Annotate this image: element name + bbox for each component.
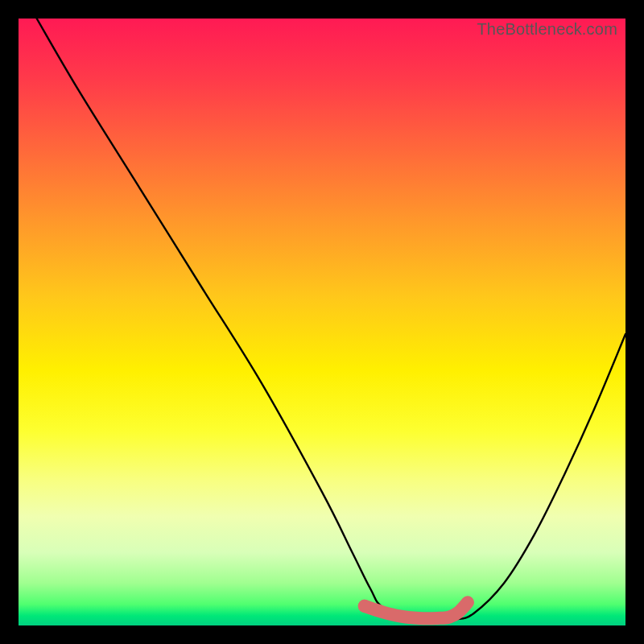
highlight-segment <box>365 602 468 618</box>
highlight-dot <box>358 600 371 613</box>
chart-frame: TheBottleneck.com <box>0 0 644 644</box>
plot-area: TheBottleneck.com <box>19 19 625 625</box>
curve-layer <box>19 19 625 625</box>
bottleneck-curve <box>37 19 625 621</box>
